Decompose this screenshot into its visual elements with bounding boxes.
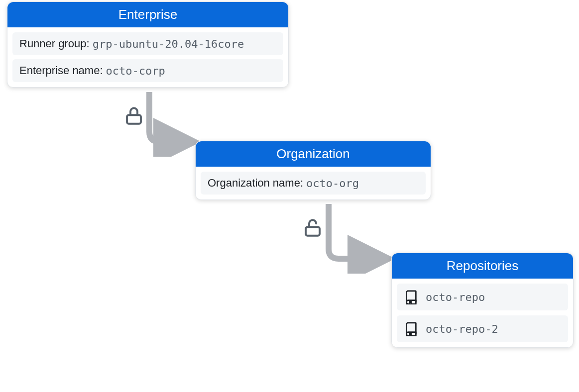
enterprise-name-label: Enterprise name: xyxy=(19,64,103,77)
repositories-title: Repositories xyxy=(447,258,519,273)
organization-name-value: octo-org xyxy=(306,177,359,190)
repository-name: octo-repo-2 xyxy=(426,323,498,335)
repository-item: octo-repo-2 xyxy=(397,315,568,342)
organization-to-repositories-arrow xyxy=(319,204,398,274)
enterprise-title: Enterprise xyxy=(118,7,178,22)
organization-name-label: Organization name: xyxy=(208,177,303,190)
repo-icon xyxy=(404,290,419,304)
runner-group-label: Runner group: xyxy=(19,37,90,50)
repositories-header: Repositories xyxy=(392,253,573,279)
enterprise-card: Enterprise Runner group: grp-ubuntu-20.0… xyxy=(7,1,289,88)
repo-icon xyxy=(404,321,419,336)
enterprise-name-value: octo-corp xyxy=(106,65,165,77)
organization-name-field: Organization name: octo-org xyxy=(201,172,426,195)
organization-body: Organization name: octo-org xyxy=(196,167,431,199)
svg-rect-3 xyxy=(306,227,320,236)
repository-item: octo-repo xyxy=(397,284,568,310)
lock-open-icon xyxy=(302,217,323,238)
repositories-body: octo-repo octo-repo-2 xyxy=(392,279,573,347)
enterprise-name-field: Enterprise name: octo-corp xyxy=(12,59,283,82)
svg-rect-1 xyxy=(127,115,141,124)
organization-title: Organization xyxy=(276,146,349,161)
organization-header: Organization xyxy=(196,141,431,167)
enterprise-to-organization-arrow xyxy=(139,92,204,157)
organization-card: Organization Organization name: octo-org xyxy=(195,141,431,200)
enterprise-body: Runner group: grp-ubuntu-20.04-16core En… xyxy=(7,27,288,87)
repository-name: octo-repo xyxy=(426,291,485,303)
enterprise-header: Enterprise xyxy=(7,2,288,27)
runner-group-value: grp-ubuntu-20.04-16core xyxy=(93,38,244,50)
repositories-card: Repositories octo-repo octo-repo-2 xyxy=(391,253,574,348)
lock-closed-icon xyxy=(123,105,144,126)
runner-group-field: Runner group: grp-ubuntu-20.04-16core xyxy=(12,32,283,55)
